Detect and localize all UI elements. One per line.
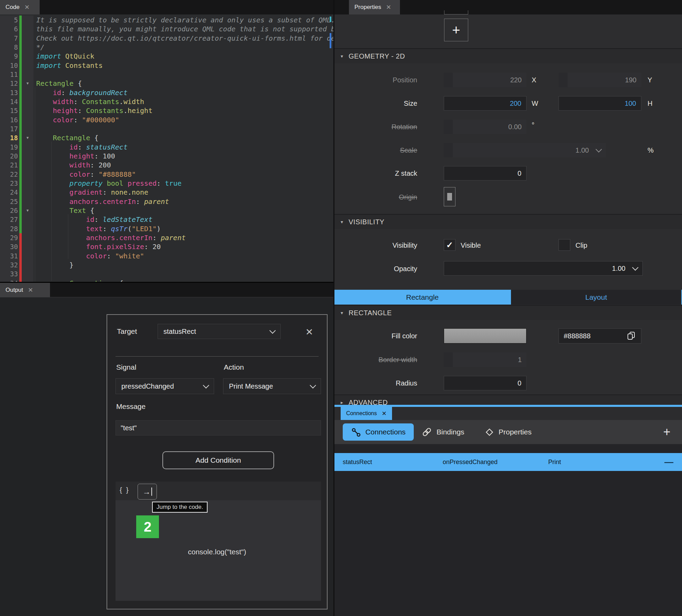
code-line[interactable]: 13 id: backgroundRect <box>0 88 333 97</box>
subtab-rectangle[interactable]: Rectangle <box>334 290 510 305</box>
change-marker <box>19 143 22 152</box>
code-line[interactable]: 27 id: ledStateText <box>0 215 333 224</box>
section-visibility[interactable]: ▾ VISIBILITY <box>334 214 682 229</box>
connection-row[interactable]: statusRect onPressedChanged Print — <box>334 453 682 471</box>
fold-icon[interactable]: ▾ <box>22 206 33 215</box>
code-line[interactable]: 7Check out https://doc.qt.io/qtcreator/c… <box>0 34 333 43</box>
code-text: color: "#888888" <box>33 170 136 179</box>
code-text: font.pixelSize: 20 <box>33 242 161 251</box>
zstack-input[interactable]: 0 <box>444 166 526 181</box>
scale-suffix: % <box>648 146 654 154</box>
code-line[interactable]: 15 height: Constants.height <box>0 106 333 115</box>
code-line[interactable]: 30 font.pixelSize: 20 <box>0 242 333 251</box>
action-value: Print Message <box>229 382 273 390</box>
fold-icon[interactable]: ▾ <box>22 279 33 282</box>
section-rectangle[interactable]: ▾ RECTANGLE <box>334 305 682 320</box>
properties-mode-button[interactable]: Properties <box>484 423 532 441</box>
rotation-input[interactable]: 0.00 <box>444 120 526 134</box>
target-select[interactable]: statusRect <box>158 324 281 339</box>
remove-connection-button[interactable]: — <box>664 453 673 471</box>
code-line[interactable]: 6this file manually, you might introduce… <box>0 24 333 33</box>
add-condition-label: Add Condition <box>195 456 241 464</box>
border-width-input[interactable]: 1 <box>444 352 526 367</box>
code-line[interactable]: 12▾Rectangle { <box>0 79 333 88</box>
code-line[interactable]: 31 color: "white" <box>0 251 333 260</box>
line-number: 10 <box>0 61 19 70</box>
radius-label: Radius <box>341 379 417 387</box>
code-line[interactable]: 17 <box>0 124 333 133</box>
fold-spacer <box>22 161 33 170</box>
visible-checkbox[interactable]: ✓ <box>444 239 455 251</box>
bindings-mode-button[interactable]: Bindings <box>421 423 464 441</box>
code-line[interactable]: 8*/ <box>0 43 333 52</box>
fold-icon[interactable]: ▾ <box>22 133 33 142</box>
code-line[interactable]: 19 id: statusRect <box>0 143 333 152</box>
code-line[interactable]: 16 color: "#000000" <box>0 115 333 124</box>
border-width-value: 1 <box>518 356 522 364</box>
tab-connections[interactable]: Connections ✕ <box>341 407 392 420</box>
close-icon[interactable]: ✕ <box>382 411 387 417</box>
radius-input[interactable]: 0 <box>444 376 526 390</box>
connections-mode-button[interactable]: Connections <box>343 423 414 441</box>
code-line[interactable]: 22 color: "#888888" <box>0 170 333 179</box>
code-line[interactable]: 29 anchors.centerIn: parent <box>0 233 333 242</box>
add-state-button[interactable]: + <box>444 19 468 41</box>
code-line[interactable]: 11 <box>0 70 333 79</box>
close-icon[interactable]: ✕ <box>24 4 30 10</box>
code-line[interactable]: 25 anchors.centerIn: parent <box>0 197 333 206</box>
add-condition-button[interactable]: Add Condition <box>162 451 274 469</box>
code-line[interactable]: 34▾ Connections { <box>0 279 333 282</box>
jump-to-code-button[interactable]: → <box>138 484 157 500</box>
clip-checkbox[interactable] <box>559 239 570 251</box>
bindings-icon <box>421 427 432 438</box>
code-line[interactable]: 32 } <box>0 260 333 269</box>
position-y-input[interactable]: 190 <box>559 73 641 87</box>
message-input[interactable]: "test" <box>116 420 321 435</box>
code-line[interactable]: 9import QtQuick <box>0 52 333 61</box>
line-number: 15 <box>0 106 19 115</box>
close-icon[interactable]: ✕ <box>386 4 391 10</box>
code-line[interactable]: 5It is supposed to be strictly declarati… <box>0 16 333 24</box>
code-line[interactable]: 21 width: 200 <box>0 161 333 170</box>
tab-properties[interactable]: Properties ✕ <box>349 0 400 14</box>
code-line[interactable]: 10import Constants <box>0 61 333 70</box>
code-line[interactable]: 28 text: qsTr("LED1") <box>0 224 333 233</box>
tab-output[interactable]: Output ✕ <box>0 283 50 297</box>
position-x-input[interactable]: 220 <box>444 73 526 87</box>
size-h-input[interactable]: 100 <box>559 96 641 111</box>
properties-tabbar: Properties ✕ <box>334 0 682 14</box>
code-line[interactable]: 26▾ Text { <box>0 206 333 215</box>
position-x-suffix: X <box>532 76 536 84</box>
subtab-layout[interactable]: Layout <box>511 290 681 305</box>
origin-button[interactable] <box>444 187 455 206</box>
close-icon[interactable]: ✕ <box>28 287 33 293</box>
action-select[interactable]: Print Message <box>223 378 321 394</box>
dialog-close-button[interactable]: ✕ <box>302 325 316 339</box>
code-line[interactable]: 18▾ Rectangle { <box>0 133 333 142</box>
target-label: Target <box>117 327 137 336</box>
fold-spacer <box>22 97 33 106</box>
snippet-code-line[interactable]: console.log("test") <box>107 548 327 556</box>
fold-spacer <box>22 188 33 197</box>
size-w-input[interactable]: 200 <box>444 96 526 111</box>
braces-button[interactable]: { } <box>120 486 130 494</box>
tab-code[interactable]: Code ✕ <box>0 0 40 14</box>
fill-color-swatch[interactable] <box>444 328 526 343</box>
change-marker <box>19 269 22 278</box>
copy-icon[interactable] <box>626 331 636 341</box>
change-marker <box>19 170 22 179</box>
code-line[interactable]: 33 <box>0 269 333 278</box>
fold-icon[interactable]: ▾ <box>22 79 33 88</box>
code-line[interactable]: 23 property bool pressed: true <box>0 179 333 188</box>
code-line[interactable]: 24 gradient: none.none <box>0 188 333 197</box>
add-connection-button[interactable]: + <box>658 423 675 441</box>
code-line[interactable]: 14 width: Constants.width <box>0 97 333 106</box>
scale-input[interactable]: 1.00 <box>444 143 606 157</box>
change-marker <box>19 24 22 33</box>
code-editor[interactable]: 5It is supposed to be strictly declarati… <box>0 14 333 282</box>
section-geometry[interactable]: ▾ GEOMETRY - 2D <box>334 48 682 63</box>
code-line[interactable]: 20 height: 100 <box>0 152 333 161</box>
fill-color-hex-input[interactable]: #888888 <box>559 328 641 343</box>
signal-select[interactable]: pressedChanged <box>116 378 214 394</box>
opacity-input[interactable]: 1.00 <box>444 261 643 276</box>
